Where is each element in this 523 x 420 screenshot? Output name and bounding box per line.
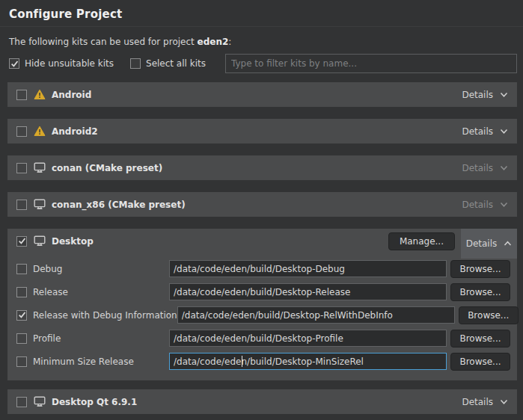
hide-unsuitable-checkbox[interactable]: [9, 58, 19, 69]
hide-unsuitable-kits-checkbox-group[interactable]: Hide unsuitable kits: [9, 58, 114, 69]
kit-list: Android Details Android2 Details: [7, 82, 517, 414]
chevron-down-icon: [500, 129, 508, 135]
kit-name: Android: [52, 90, 91, 100]
details-button-expanded[interactable]: Details: [461, 229, 517, 259]
select-all-label: Select all kits: [146, 58, 206, 69]
kit-checkbox[interactable]: [16, 90, 27, 100]
kit-name: Android2: [52, 126, 98, 137]
details-label: Details: [466, 238, 498, 249]
chevron-down-icon: [500, 165, 508, 171]
manage-kits-button[interactable]: Manage...: [388, 232, 455, 250]
warning-icon: [34, 89, 46, 100]
page-title: Configure Project: [9, 7, 517, 21]
build-dir-input-profile[interactable]: [169, 330, 447, 347]
config-label: Minimum Size Release: [33, 356, 134, 367]
hide-unsuitable-label: Hide unsuitable kits: [25, 58, 114, 69]
kit-checkbox[interactable]: [16, 200, 27, 210]
details-label: Details: [462, 126, 493, 137]
select-all-checkbox[interactable]: [130, 58, 141, 69]
build-config-row-minsizerel: Minimum Size Release Browse...: [16, 353, 510, 370]
config-checkbox[interactable]: [16, 333, 27, 344]
kit-row-desktop: Desktop Manage... Details: [7, 229, 517, 253]
kit-row-android2: Android2 Details: [7, 119, 517, 143]
subtitle-colon: :: [228, 37, 231, 47]
title-divider: [0, 26, 523, 27]
kit-checkbox[interactable]: [16, 163, 27, 173]
warning-icon: [34, 126, 46, 137]
kit-filter-controls: Hide unsuitable kits Select all kits: [9, 54, 517, 73]
kit-name: conan (CMake preset): [52, 163, 162, 173]
kit-name: conan_x86 (CMake preset): [52, 200, 186, 210]
kit-row-desktop-qt-691: Desktop Qt 6.9.1 Details: [7, 389, 517, 414]
build-dir-input-minsizerel[interactable]: [169, 353, 447, 370]
kit-row-conan: conan (CMake preset) Details: [7, 155, 517, 180]
header-section: Configure Project The following kits can…: [0, 0, 523, 73]
browse-button[interactable]: Browse...: [450, 330, 510, 348]
check-icon: [18, 311, 26, 319]
build-config-row-debug: Debug Browse...: [16, 260, 510, 277]
check-icon: [18, 237, 26, 245]
details-label: Details: [462, 163, 493, 173]
kit-row-conan-x86: conan_x86 (CMake preset) Details: [7, 192, 517, 217]
details-button[interactable]: Details: [460, 163, 510, 173]
desktop-icon: [34, 162, 46, 173]
config-label: Release: [33, 287, 68, 297]
config-checkbox[interactable]: [16, 310, 27, 321]
desktop-icon: [34, 199, 46, 210]
details-button[interactable]: Details: [460, 397, 510, 407]
kit-checkbox[interactable]: [16, 397, 27, 407]
config-checkbox[interactable]: [16, 287, 27, 297]
browse-button[interactable]: Browse...: [450, 283, 510, 301]
details-label: Details: [462, 200, 493, 210]
kit-checkbox[interactable]: [16, 236, 27, 247]
kit-group-desktop: Desktop Manage... Details Debug Browse..…: [7, 229, 517, 380]
chevron-down-icon: [500, 202, 508, 208]
config-checkbox[interactable]: [16, 264, 27, 274]
desktop-icon: [34, 396, 46, 407]
build-dir-input-release[interactable]: [169, 283, 447, 300]
config-label: Debug: [33, 264, 62, 274]
build-dir-input-debug[interactable]: [169, 260, 447, 277]
kit-row-android: Android Details: [7, 82, 517, 107]
kit-filter-input[interactable]: [225, 54, 517, 73]
subtitle-text: The following kits can be used for proje…: [9, 37, 198, 47]
build-config-row-release: Release Browse...: [16, 283, 510, 300]
browse-button[interactable]: Browse...: [459, 306, 519, 324]
chevron-up-icon: [504, 241, 512, 247]
chevron-down-icon: [500, 92, 508, 98]
select-all-kits-checkbox-group[interactable]: Select all kits: [130, 58, 206, 69]
details-label: Details: [462, 90, 493, 100]
kits-subtitle: The following kits can be used for proje…: [9, 37, 517, 47]
kit-checkbox[interactable]: [16, 126, 27, 137]
details-button[interactable]: Details: [460, 200, 510, 210]
desktop-icon: [34, 235, 46, 247]
details-button[interactable]: Details: [460, 126, 510, 137]
config-label: Release with Debug Information: [33, 310, 177, 321]
build-config-row-relwithdebinfo: Release with Debug Information Browse...: [16, 306, 510, 324]
config-label: Profile: [33, 333, 61, 344]
kit-name: Desktop Qt 6.9.1: [52, 397, 137, 407]
kit-name: Desktop: [52, 236, 94, 247]
browse-button[interactable]: Browse...: [450, 353, 510, 371]
build-config-row-profile: Profile Browse...: [16, 330, 510, 347]
chevron-down-icon: [500, 399, 508, 405]
text-caret: [242, 356, 242, 367]
check-icon: [10, 60, 19, 68]
browse-button[interactable]: Browse...: [450, 260, 510, 278]
build-dir-input-relwithdebinfo[interactable]: [177, 306, 455, 324]
config-checkbox[interactable]: [16, 356, 27, 367]
details-label: Details: [462, 397, 493, 407]
project-name: eden2: [198, 37, 229, 47]
details-button[interactable]: Details: [460, 90, 510, 100]
